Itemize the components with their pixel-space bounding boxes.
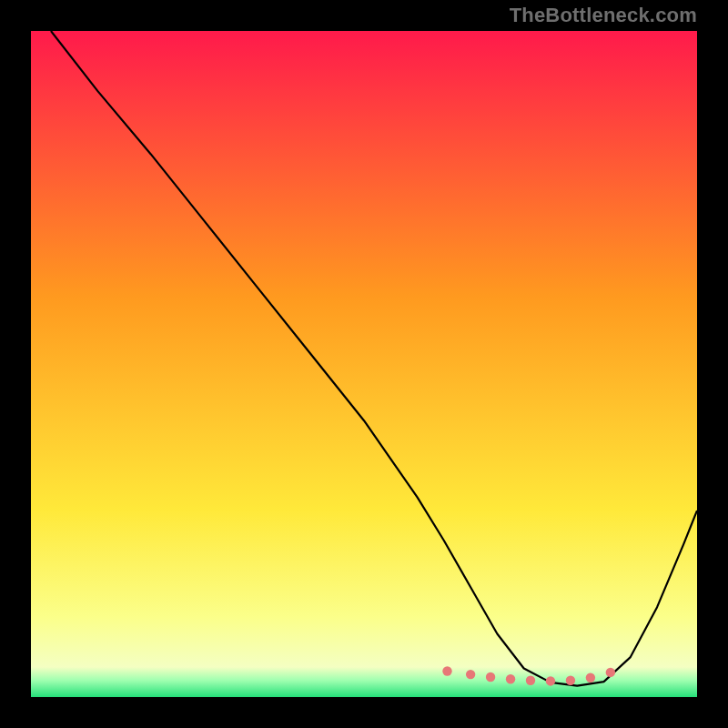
chart-svg <box>31 31 697 697</box>
valley-dot <box>442 666 451 675</box>
valley-dot <box>606 668 615 677</box>
watermark-text: TheBottleneck.com <box>510 4 697 27</box>
valley-dot <box>566 676 575 685</box>
valley-dot <box>546 676 555 685</box>
valley-dot <box>586 673 595 682</box>
plot-area <box>31 31 697 697</box>
valley-dot <box>486 672 495 682</box>
valley-dot <box>526 676 535 685</box>
valley-dot <box>466 670 475 679</box>
valley-dot <box>506 674 515 683</box>
chart-container: TheBottleneck.com <box>0 0 728 728</box>
